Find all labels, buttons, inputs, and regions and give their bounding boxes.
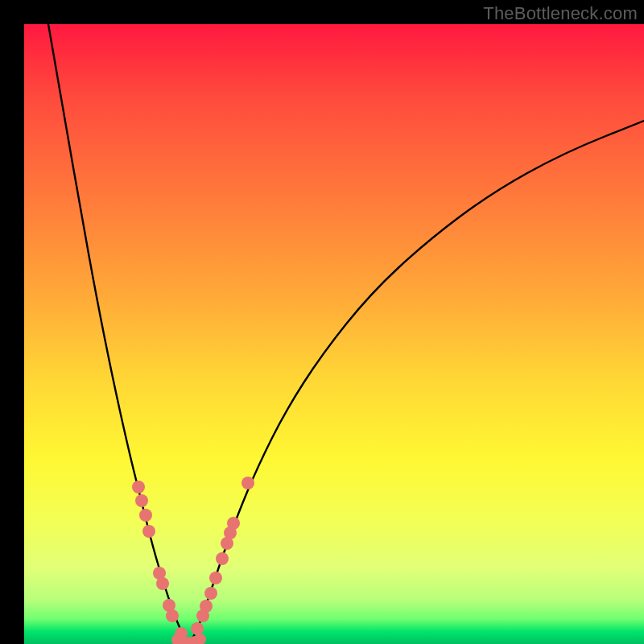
watermark-text: TheBottleneck.com	[483, 3, 638, 24]
chart-frame: TheBottleneck.com	[0, 0, 644, 644]
plot-gradient-background	[24, 24, 644, 644]
